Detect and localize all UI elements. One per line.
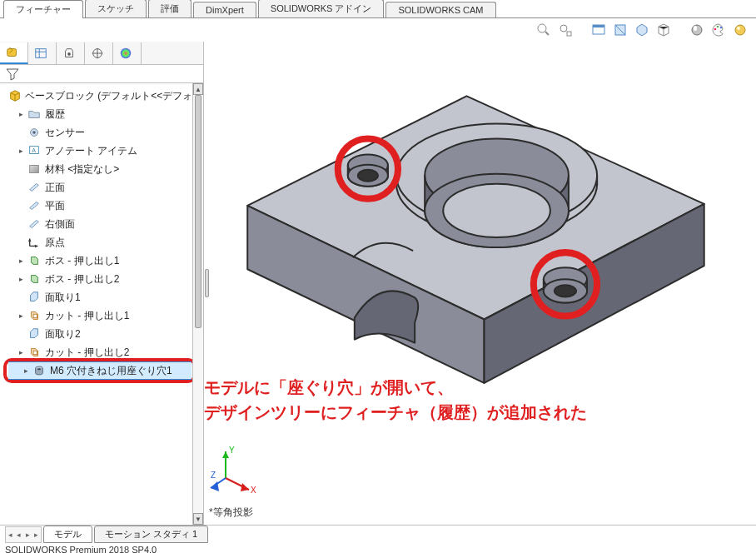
feature-manager-tabs xyxy=(0,42,203,65)
svg-rect-16 xyxy=(35,48,45,57)
dimxpert-tab-tab[interactable] xyxy=(85,42,113,64)
svg-point-45 xyxy=(555,285,576,296)
material-icon xyxy=(27,162,42,177)
expand-toggle[interactable]: ▸ xyxy=(17,348,25,356)
dimxpert-tab-icon xyxy=(90,46,105,61)
extrude-icon xyxy=(27,253,42,268)
annotation-line-2: デザインツリーにフィーチャ（履歴）が追加された xyxy=(204,403,587,421)
svg-rect-3 xyxy=(567,32,571,36)
feature-tree-tab[interactable] xyxy=(0,42,28,64)
tree-item[interactable]: ▸カット - 押し出し1 xyxy=(3,306,203,325)
tree-root[interactable]: ベースブロック (デフォルト<<デフォルト>_表示 xyxy=(3,87,203,105)
expand-toggle[interactable]: ▸ xyxy=(17,275,25,283)
color-palette-icon[interactable] xyxy=(711,22,726,37)
svg-text:A: A xyxy=(32,147,36,154)
plane-icon xyxy=(27,217,42,232)
feature-manager-panel: ベースブロック (デフォルト<<デフォルト>_表示 ▸履歴センサー▸Aアノテート… xyxy=(0,42,204,525)
appearance-tab-tab[interactable] xyxy=(113,42,142,64)
svg-rect-33 xyxy=(33,314,37,317)
panel-splitter[interactable] xyxy=(204,42,211,525)
chamfer-icon xyxy=(27,290,42,305)
cube-view-icon[interactable] xyxy=(656,22,671,37)
svg-point-11 xyxy=(717,26,719,28)
tree-item[interactable]: 正面 xyxy=(3,178,203,197)
menu-tab-2[interactable]: 評価 xyxy=(148,0,191,17)
svg-point-23 xyxy=(120,47,130,57)
zoom-area-icon[interactable] xyxy=(536,22,551,37)
tree-item[interactable]: 材料 <指定なし> xyxy=(3,160,203,178)
tree-item-label: 材料 <指定なし> xyxy=(45,162,119,177)
svg-point-2 xyxy=(560,25,567,32)
annotation-text: モデルに「座ぐり穴」が開いて、 デザインツリーにフィーチャ（履歴）が追加された xyxy=(204,375,587,425)
counterbore-left xyxy=(348,155,388,187)
svg-point-8 xyxy=(692,25,702,35)
display-style-icon[interactable] xyxy=(689,22,704,37)
tree-item[interactable]: ▸ボス - 押し出し1 xyxy=(3,252,203,270)
status-text: SOLIDWORKS Premium 2018 SP4.0 xyxy=(5,545,157,555)
svg-rect-28 xyxy=(30,166,39,173)
tree-item-label: 履歴 xyxy=(45,107,65,122)
scroll-down-button[interactable]: ▼ xyxy=(193,513,203,525)
tree-filter-row[interactable] xyxy=(0,65,203,83)
view-window-icon[interactable] xyxy=(591,22,606,37)
counterbore-right xyxy=(544,267,587,302)
tree-item[interactable]: ▸履歴 xyxy=(3,105,203,123)
tree-item-highlighted[interactable]: ▸M6 穴付きねじ用座ぐり穴1 xyxy=(8,361,191,380)
scroll-thumb[interactable] xyxy=(195,95,201,328)
menu-tab-0[interactable]: フィーチャー xyxy=(3,0,83,18)
feature-tree: ベースブロック (デフォルト<<デフォルト>_表示 ▸履歴センサー▸Aアノテート… xyxy=(0,83,203,525)
expand-toggle[interactable]: ▸ xyxy=(17,257,25,265)
tree-item[interactable]: ▸Aアノテート アイテム xyxy=(3,142,203,160)
svg-marker-47 xyxy=(222,451,229,458)
sensor-icon xyxy=(27,125,42,140)
menu-tab-5[interactable]: SOLIDWORKS CAM xyxy=(385,2,495,17)
tree-item[interactable]: 平面 xyxy=(3,197,203,215)
zoom-fit-icon[interactable] xyxy=(558,22,573,37)
chamfer-icon xyxy=(27,326,42,341)
doc-tab-1[interactable]: モーション スタディ 1 xyxy=(94,526,208,543)
svg-line-1 xyxy=(545,32,549,35)
document-tabs: ◂◂▸▸ モデルモーション スタディ 1 xyxy=(0,525,756,543)
tree-item-label: 平面 xyxy=(45,199,65,213)
annotation-line-1: モデルに「座ぐり穴」が開いて、 xyxy=(204,378,454,396)
scroll-up-button[interactable]: ▲ xyxy=(193,83,203,95)
menu-tab-1[interactable]: スケッチ xyxy=(85,0,147,17)
tree-item[interactable]: 原点 xyxy=(3,233,203,252)
graphics-viewport[interactable]: モデルに「座ぐり穴」が開いて、 デザインツリーにフィーチャ（履歴）が追加された … xyxy=(204,42,756,525)
tree-scrollbar[interactable]: ▲ ▼ xyxy=(192,83,203,525)
svg-point-13 xyxy=(735,25,745,35)
svg-point-14 xyxy=(737,27,740,30)
expand-toggle[interactable]: ▸ xyxy=(22,366,30,375)
config-tab[interactable] xyxy=(57,42,85,64)
svg-point-39 xyxy=(443,184,550,237)
doc-tab-0[interactable]: モデル xyxy=(43,526,92,543)
svg-point-36 xyxy=(37,368,41,370)
menu-tab-4[interactable]: SOLIDWORKS アドイン xyxy=(258,0,385,17)
menu-tab-3[interactable]: DimXpert xyxy=(193,2,256,17)
svg-point-12 xyxy=(720,27,723,29)
plane-icon xyxy=(27,198,42,213)
expand-toggle[interactable]: ▸ xyxy=(17,110,25,118)
svg-point-19 xyxy=(67,52,71,56)
svg-marker-31 xyxy=(28,239,32,242)
view-orientation-label: *等角投影 xyxy=(209,506,253,520)
cut-icon xyxy=(27,308,42,323)
config-icon xyxy=(62,46,77,61)
render-icon[interactable] xyxy=(733,22,748,37)
tree-item-label: センサー xyxy=(45,126,85,140)
tree-item[interactable]: センサー xyxy=(3,123,203,142)
tree-item[interactable]: 右側面 xyxy=(3,215,203,233)
tree-item[interactable]: 面取り1 xyxy=(3,288,203,306)
property-tab[interactable] xyxy=(28,42,57,64)
expand-toggle[interactable]: ▸ xyxy=(17,147,25,155)
tree-item[interactable]: 面取り2 xyxy=(3,325,203,343)
tree-item-label: 面取り1 xyxy=(45,291,81,305)
tree-item[interactable]: ▸ボス - 押し出し2 xyxy=(3,270,203,288)
view-orientation-icon[interactable] xyxy=(634,22,649,37)
tab-nav-buttons[interactable]: ◂◂▸▸ xyxy=(5,526,42,543)
expand-toggle[interactable]: ▸ xyxy=(17,311,25,320)
section-view-icon[interactable] xyxy=(613,22,628,37)
tree-item-label: ボス - 押し出し1 xyxy=(45,254,119,268)
svg-text:Y: Y xyxy=(229,446,235,455)
svg-rect-5 xyxy=(593,25,604,27)
